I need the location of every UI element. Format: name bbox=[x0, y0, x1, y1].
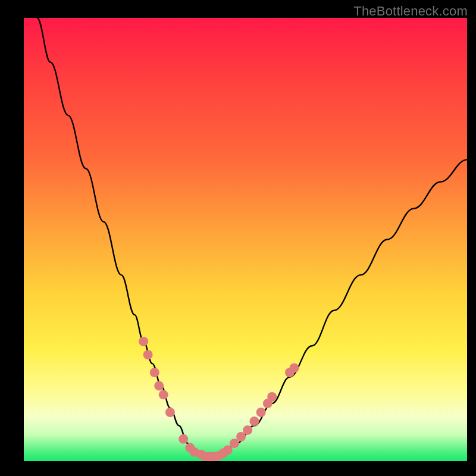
marker-point bbox=[143, 350, 153, 359]
marker-point bbox=[159, 390, 168, 399]
marker-group bbox=[139, 337, 299, 461]
marker-point bbox=[289, 364, 299, 373]
bottleneck-curve bbox=[37, 18, 467, 457]
watermark-text: TheBottleneck.com bbox=[353, 4, 468, 19]
marker-point bbox=[243, 425, 252, 435]
curve-svg bbox=[24, 18, 467, 461]
plot-area bbox=[24, 18, 467, 461]
marker-point bbox=[165, 408, 175, 417]
marker-point bbox=[139, 337, 148, 346]
marker-point bbox=[267, 392, 277, 402]
marker-point bbox=[178, 434, 188, 444]
marker-point bbox=[249, 416, 259, 426]
marker-point bbox=[150, 368, 159, 377]
marker-point bbox=[154, 381, 164, 390]
marker-point bbox=[256, 408, 266, 417]
chart-frame: TheBottleneck.com bbox=[0, 0, 476, 476]
